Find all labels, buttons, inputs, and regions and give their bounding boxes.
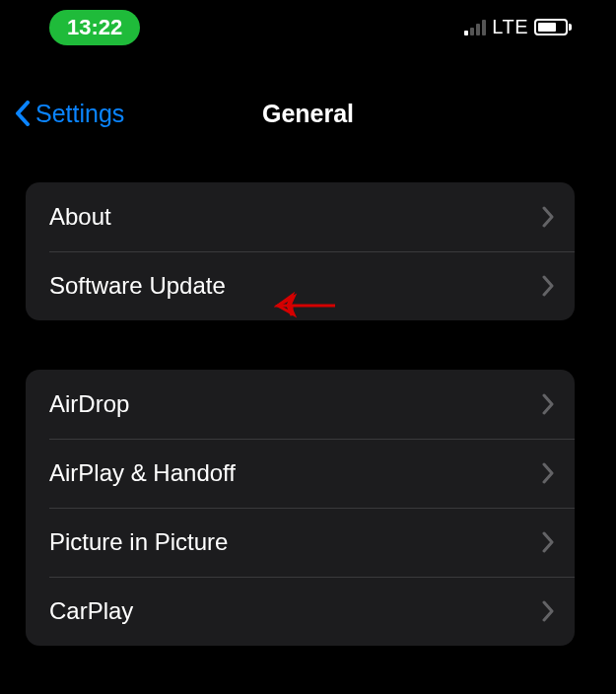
chevron-right-icon (541, 274, 555, 298)
cellular-signal-icon (464, 20, 486, 35)
status-time-pill[interactable]: 13:22 (49, 10, 140, 45)
chevron-right-icon (541, 392, 555, 416)
row-label: AirPlay & Handoff (49, 459, 236, 487)
row-label: Picture in Picture (49, 528, 228, 556)
status-time: 13:22 (67, 15, 122, 39)
row-airdrop[interactable]: AirDrop (26, 370, 575, 439)
nav-header: Settings General (0, 84, 616, 143)
chevron-right-icon (541, 530, 555, 554)
row-software-update[interactable]: Software Update (26, 251, 575, 320)
row-picture-in-picture[interactable]: Picture in Picture (26, 508, 575, 577)
row-label: CarPlay (49, 597, 133, 625)
chevron-right-icon (541, 205, 555, 229)
status-right: LTE (464, 16, 572, 38)
settings-group: AboutSoftware Update (26, 182, 575, 320)
row-label: Software Update (49, 272, 226, 300)
row-label: AirDrop (49, 390, 129, 418)
row-about[interactable]: About (26, 182, 575, 251)
back-button[interactable]: Settings (14, 99, 124, 128)
network-type: LTE (492, 16, 528, 38)
back-label: Settings (35, 100, 124, 128)
row-airplay-handoff[interactable]: AirPlay & Handoff (26, 439, 575, 508)
chevron-right-icon (541, 461, 555, 485)
chevron-left-icon (14, 99, 32, 128)
chevron-right-icon (541, 599, 555, 623)
battery-icon (534, 19, 572, 35)
content-scroll[interactable]: AboutSoftware UpdateAirDropAirPlay & Han… (0, 182, 600, 694)
settings-group: AirDropAirPlay & HandoffPicture in Pictu… (26, 370, 575, 646)
status-bar: 13:22 LTE (0, 0, 616, 54)
row-label: About (49, 203, 111, 231)
row-carplay[interactable]: CarPlay (26, 577, 575, 646)
